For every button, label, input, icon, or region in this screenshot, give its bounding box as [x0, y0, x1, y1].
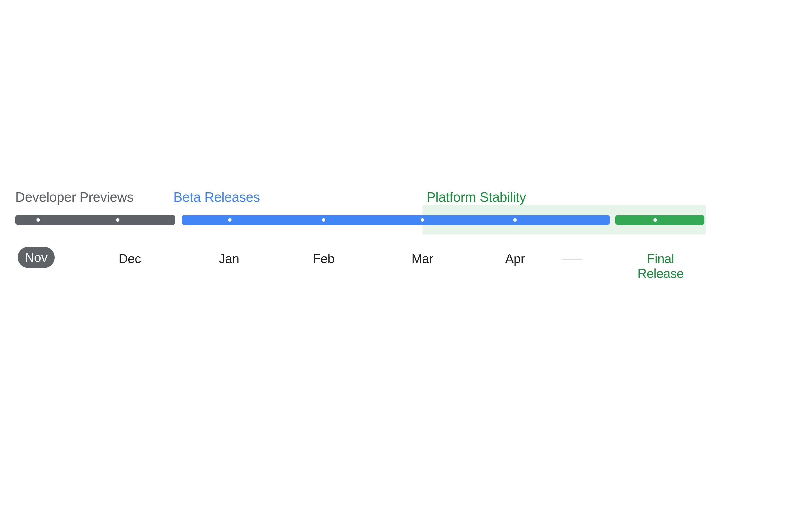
- milestone-dot-icon: [36, 218, 40, 222]
- milestone-dot-icon: [653, 218, 657, 222]
- timeline-track: [15, 211, 705, 241]
- month-apr: Apr: [505, 251, 525, 266]
- timeline-gap-dash: [562, 259, 582, 260]
- milestone-dot-icon: [513, 218, 517, 222]
- release-timeline: Developer Previews Beta Releases Platfor…: [15, 189, 705, 281]
- month-mar: Mar: [412, 251, 433, 266]
- month-dec: Dec: [119, 251, 141, 266]
- milestone-dot-icon: [228, 218, 231, 222]
- milestone-dot-icon: [116, 218, 119, 222]
- milestone-dot-icon: [421, 218, 424, 222]
- beta-releases-title: Beta Releases: [173, 189, 260, 205]
- final-release-label: Final Release: [638, 251, 683, 281]
- platform-stability-title: Platform Stability: [426, 189, 526, 205]
- milestone-dot-icon: [322, 218, 325, 222]
- month-nov: Nov: [18, 247, 55, 268]
- beta-releases-bar: [182, 215, 610, 225]
- developer-previews-title: Developer Previews: [15, 189, 133, 205]
- final-release-bar: [615, 215, 704, 225]
- timeline-labels: NovDecJanFebMarAprFinal Release: [15, 251, 705, 281]
- month-jan: Jan: [219, 251, 239, 266]
- month-feb: Feb: [313, 251, 335, 266]
